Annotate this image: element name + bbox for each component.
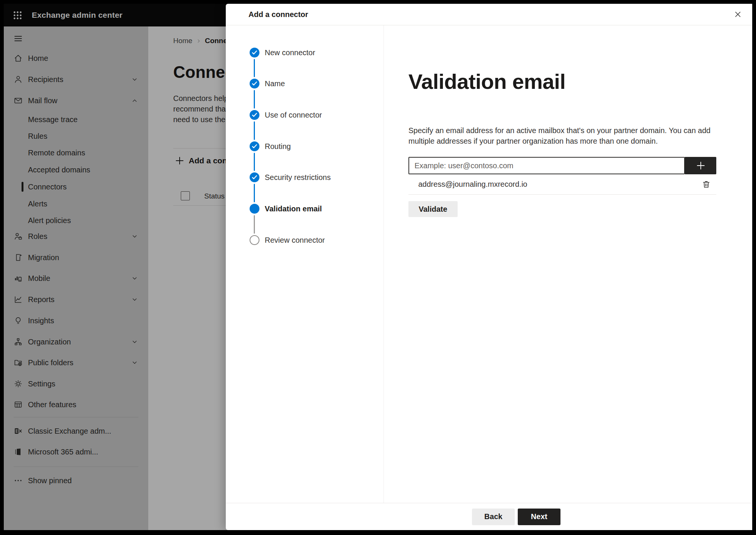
stepper-connector-line	[254, 90, 255, 109]
check-icon	[250, 141, 259, 151]
modal-footer: Back Next	[226, 503, 752, 530]
step-description: Specify an email address for an active m…	[408, 125, 711, 146]
step-name: Name	[250, 77, 285, 90]
check-icon	[250, 110, 259, 120]
active-step-dot	[250, 204, 259, 214]
close-button[interactable]	[731, 8, 745, 21]
email-address: address@journaling.mxrecord.io	[418, 180, 699, 189]
validate-button[interactable]: Validate	[408, 201, 458, 217]
upcoming-step-dot	[250, 235, 259, 245]
stepper-connector-line	[254, 121, 255, 140]
add-connector-panel: Add a connector New connector Name	[226, 4, 752, 530]
step-heading: Validation email	[408, 71, 722, 93]
stepper-connector-line	[254, 184, 255, 202]
step-content: Validation email Specify an email addres…	[384, 25, 752, 503]
check-icon	[250, 172, 259, 182]
step-use-of-connector: Use of connector	[250, 109, 322, 121]
step-validation-email: Validation email	[250, 202, 322, 215]
email-list-item: address@journaling.mxrecord.io	[408, 174, 716, 195]
check-icon	[250, 79, 259, 88]
modal-body: New connector Name Use of connector Rout…	[226, 25, 752, 503]
email-add-row	[408, 157, 716, 174]
step-review-connector: Review connector	[250, 234, 325, 247]
plus-icon	[695, 160, 706, 171]
modal-header: Add a connector	[226, 4, 752, 25]
step-new-connector: New connector	[250, 46, 315, 59]
stepper-connector-line	[254, 59, 255, 77]
footer-buttons: Back Next	[472, 509, 560, 525]
check-icon	[250, 48, 259, 57]
back-button[interactable]: Back	[472, 509, 515, 525]
trash-icon	[702, 180, 711, 189]
modal-title: Add a connector	[248, 10, 308, 19]
step-routing: Routing	[250, 140, 291, 153]
close-icon	[733, 10, 742, 19]
delete-email-button[interactable]	[699, 177, 713, 192]
screen: Exchange admin center Home Recipients Ma…	[4, 4, 752, 530]
wizard-stepper: New connector Name Use of connector Rout…	[226, 25, 384, 503]
next-button[interactable]: Next	[518, 509, 560, 525]
step-security-restrictions: Security restrictions	[250, 171, 331, 184]
validation-email-input[interactable]	[408, 157, 685, 174]
stepper-connector-line	[254, 215, 255, 234]
stepper-connector-line	[254, 153, 255, 171]
add-email-button[interactable]	[685, 157, 716, 174]
